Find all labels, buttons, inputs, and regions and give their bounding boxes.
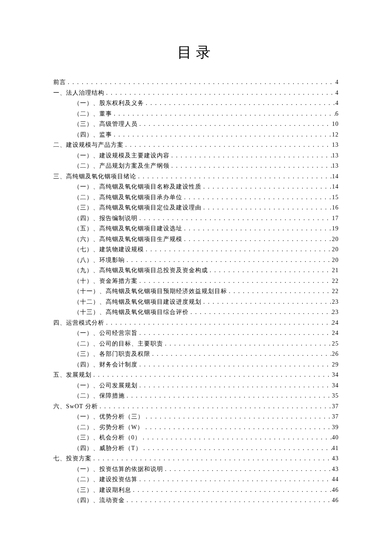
toc-entry: （四）、监事. . . . . . . . . . . . . . . . . … xyxy=(53,130,339,140)
toc-leader-dots: . . . . . . . . . . . . . . . . . . . . … xyxy=(202,182,332,192)
toc-entry: （二）、建设投资估算. . . . . . . . . . . . . . . … xyxy=(53,474,339,485)
toc-entry: （二）、高纯铟及氧化铟项目承办单位. . . . . . . . . . . .… xyxy=(53,192,339,203)
toc-entry: （六）、高纯铟及氧化铟项目生产规模. . . . . . . . . . . .… xyxy=(53,234,339,245)
toc-entry: 二、建设规模与产品方案. . . . . . . . . . . . . . .… xyxy=(53,140,339,151)
toc-entry-page: 16 xyxy=(332,203,339,213)
toc-entry-page: 4 xyxy=(335,88,339,99)
toc-entry-text: （十一）、高纯铟及氧化铟项目预期经济效益规划目标 xyxy=(74,286,227,297)
toc-leader-dots: . . . . . . . . . . . . . . . . . . . . … xyxy=(125,391,332,401)
toc-entry-text: （二）、公司的目标、主要职责 xyxy=(74,339,163,349)
table-of-contents: 前言. . . . . . . . . . . . . . . . . . . … xyxy=(53,77,339,506)
toc-entry-text: （一）、股东权利及义务 xyxy=(74,98,144,109)
toc-leader-dots: . . . . . . . . . . . . . . . . . . . . … xyxy=(138,213,332,224)
toc-entry-text: （十）、资金筹措方案 xyxy=(74,276,138,287)
toc-entry-page: 37 xyxy=(332,401,339,412)
toc-entry-page: 46 xyxy=(332,485,339,496)
toc-entry-page: 41 xyxy=(332,443,339,454)
toc-entry-text: （十二）、高纯铟及氧化铟项目建设进度规划 xyxy=(74,297,202,308)
toc-entry-page: 14 xyxy=(332,182,339,192)
toc-leader-dots: . . . . . . . . . . . . . . . . . . . . … xyxy=(138,276,332,287)
toc-entry: （五）、高纯铟及氧化铟项目建设选址. . . . . . . . . . . .… xyxy=(53,224,339,234)
toc-entry-page: 34 xyxy=(332,370,339,381)
toc-entry: （三）、机会分析（0）. . . . . . . . . . . . . . .… xyxy=(53,433,339,443)
toc-entry-page: 23 xyxy=(332,307,339,318)
toc-entry-text: （三）、高纯铟及氧化铟项目定位及建设理由 xyxy=(74,203,202,213)
toc-entry: （四）、流动资金. . . . . . . . . . . . . . . . … xyxy=(53,495,339,506)
toc-entry: （一）、股东权利及义务. . . . . . . . . . . . . . .… xyxy=(53,98,339,109)
toc-entry-text: （八）、环境影响 xyxy=(74,255,125,266)
toc-entry: 前言. . . . . . . . . . . . . . . . . . . … xyxy=(53,77,339,88)
toc-entry-text: 七、投资方案 xyxy=(53,453,92,464)
toc-entry-text: 三、高纯铟及氧化铟项目绪论 xyxy=(53,171,136,182)
toc-entry: 七、投资方案. . . . . . . . . . . . . . . . . … xyxy=(53,453,339,464)
toc-entry-page: 4 xyxy=(335,77,339,88)
toc-entry: （三）、高纯铟及氧化铟项目定位及建设理由. . . . . . . . . . … xyxy=(53,203,339,213)
toc-leader-dots: . . . . . . . . . . . . . . . . . . . . … xyxy=(170,151,332,161)
toc-entry: （一）、公司经营宗旨. . . . . . . . . . . . . . . … xyxy=(53,328,339,339)
toc-entry-page: 10 xyxy=(332,119,339,130)
toc-leader-dots: . . . . . . . . . . . . . . . . . . . . … xyxy=(92,370,332,381)
toc-entry: （一）、公司发展规划. . . . . . . . . . . . . . . … xyxy=(53,381,339,391)
toc-leader-dots: . . . . . . . . . . . . . . . . . . . . … xyxy=(150,349,332,360)
toc-leader-dots: . . . . . . . . . . . . . . . . . . . . … xyxy=(125,495,332,506)
toc-entry-page: 13 xyxy=(332,161,339,171)
toc-leader-dots: . . . . . . . . . . . . . . . . . . . . … xyxy=(138,474,332,485)
toc-leader-dots: . . . . . . . . . . . . . . . . . . . . … xyxy=(182,192,332,203)
toc-entry-text: （四）、威胁分析（T） xyxy=(74,443,142,454)
toc-entry-page: 4 xyxy=(335,98,339,109)
toc-leader-dots: . . . . . . . . . . . . . . . . . . . . … xyxy=(125,255,332,266)
toc-entry-page: 34 xyxy=(332,381,339,391)
toc-entry-text: （三）、高级管理人员 xyxy=(74,119,138,130)
toc-entry: （一）、高纯铟及氧化铟项目名称及建设性质. . . . . . . . . . … xyxy=(53,182,339,192)
toc-entry: （三）、建设期利息. . . . . . . . . . . . . . . .… xyxy=(53,485,339,496)
toc-entry-text: （二）、保障措施 xyxy=(74,391,125,401)
toc-leader-dots: . . . . . . . . . . . . . . . . . . . . … xyxy=(112,130,332,140)
toc-entry: （四）、报告编制说明. . . . . . . . . . . . . . . … xyxy=(53,213,339,224)
toc-entry: （四）、财务会计制度. . . . . . . . . . . . . . . … xyxy=(53,360,339,370)
toc-entry-page: 23 xyxy=(332,297,339,308)
toc-entry-text: （二）、高纯铟及氧化铟项目承办单位 xyxy=(74,192,182,203)
toc-leader-dots: . . . . . . . . . . . . . . . . . . . . … xyxy=(104,88,335,99)
toc-entry-text: 一、法人治理结构 xyxy=(53,88,104,99)
toc-entry: （二）、保障措施. . . . . . . . . . . . . . . . … xyxy=(53,391,339,401)
toc-leader-dots: . . . . . . . . . . . . . . . . . . . . … xyxy=(138,119,332,130)
toc-entry-text: （四）、财务会计制度 xyxy=(74,360,138,370)
toc-entry: （一）、优势分析（三）. . . . . . . . . . . . . . .… xyxy=(53,412,339,422)
toc-entry: （四）、威胁分析（T）. . . . . . . . . . . . . . .… xyxy=(53,443,339,454)
toc-entry-text: （七）、建筑物建设规模 xyxy=(74,244,144,255)
toc-entry-page: 20 xyxy=(332,255,339,266)
toc-leader-dots: . . . . . . . . . . . . . . . . . . . . … xyxy=(208,265,332,276)
toc-entry-text: （二）、劣势分析（W） xyxy=(74,422,144,433)
toc-entry: （二）、劣势分析（W）. . . . . . . . . . . . . . .… xyxy=(53,422,339,433)
toc-leader-dots: . . . . . . . . . . . . . . . . . . . . … xyxy=(141,433,332,443)
toc-entry-page: 22 xyxy=(332,286,339,297)
toc-entry: （三）、高级管理人员. . . . . . . . . . . . . . . … xyxy=(53,119,339,130)
toc-entry-page: 17 xyxy=(332,213,339,224)
toc-entry-text: （三）、机会分析（0） xyxy=(74,433,141,443)
toc-leader-dots: . . . . . . . . . . . . . . . . . . . . … xyxy=(202,203,332,213)
toc-leader-dots: . . . . . . . . . . . . . . . . . . . . … xyxy=(182,224,332,234)
toc-entry-text: （四）、监事 xyxy=(74,130,112,140)
toc-entry: （九）、高纯铟及氧化铟项目总投资及资金构成. . . . . . . . . .… xyxy=(53,265,339,276)
toc-entry-text: （四）、报告编制说明 xyxy=(74,213,138,224)
toc-entry: （八）、环境影响. . . . . . . . . . . . . . . . … xyxy=(53,255,339,266)
toc-entry-page: 12 xyxy=(332,130,339,140)
toc-entry-page: 24 xyxy=(332,318,339,328)
page-container: 目录 前言. . . . . . . . . . . . . . . . . .… xyxy=(0,0,392,540)
toc-leader-dots: . . . . . . . . . . . . . . . . . . . . … xyxy=(189,307,332,318)
toc-entry-text: （二）、建设投资估算 xyxy=(74,474,138,485)
toc-entry-text: （五）、高纯铟及氧化铟项目建设选址 xyxy=(74,224,182,234)
toc-entry: 四、运营模式分析. . . . . . . . . . . . . . . . … xyxy=(53,318,339,328)
toc-entry: （二）、产品规划方案及生产纲领. . . . . . . . . . . . .… xyxy=(53,161,339,171)
toc-entry-text: （一）、建设规模及主要建设内容 xyxy=(74,151,170,161)
toc-entry-page: 44 xyxy=(332,474,339,485)
toc-entry: （二）、公司的目标、主要职责. . . . . . . . . . . . . … xyxy=(53,339,339,349)
toc-leader-dots: . . . . . . . . . . . . . . . . . . . . … xyxy=(202,297,332,308)
toc-leader-dots: . . . . . . . . . . . . . . . . . . . . … xyxy=(163,339,332,349)
toc-entry-page: 25 xyxy=(332,339,339,349)
page-title: 目录 xyxy=(53,43,339,62)
toc-leader-dots: . . . . . . . . . . . . . . . . . . . . … xyxy=(144,98,335,109)
toc-entry-page: 40 xyxy=(332,433,339,443)
toc-leader-dots: . . . . . . . . . . . . . . . . . . . . … xyxy=(131,485,332,496)
toc-leader-dots: . . . . . . . . . . . . . . . . . . . . … xyxy=(136,171,332,182)
